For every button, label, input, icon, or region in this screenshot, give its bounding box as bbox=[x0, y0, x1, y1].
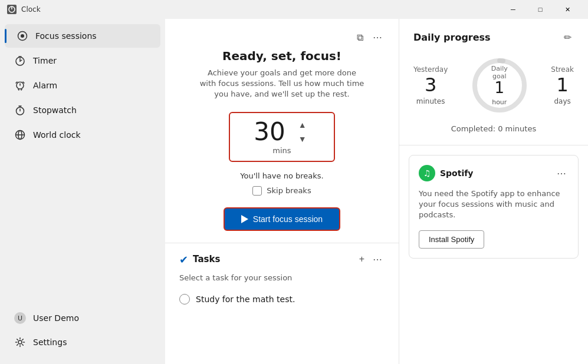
sidebar-item-world-clock-label: World clock bbox=[33, 130, 81, 140]
yesterday-unit: minutes bbox=[416, 97, 445, 105]
svg-point-20 bbox=[18, 340, 22, 344]
tasks-header-actions: + ⋯ bbox=[357, 253, 385, 266]
daily-goal-circle: Daily goal 1 hour bbox=[470, 56, 529, 115]
sidebar-item-timer[interactable]: Timer bbox=[5, 49, 160, 72]
skip-breaks-row: Skip breaks bbox=[252, 186, 311, 196]
sidebar-item-focus-sessions-label: Focus sessions bbox=[35, 31, 97, 41]
spotify-logo: ♫ bbox=[419, 165, 435, 181]
tasks-section: ✔ Tasks + ⋯ Select a task for your sessi… bbox=[165, 243, 399, 319]
sidebar-item-settings[interactable]: Settings bbox=[5, 330, 160, 354]
svg-point-3 bbox=[21, 34, 24, 38]
svg-line-12 bbox=[21, 90, 22, 91]
window-controls: ─ □ ✕ bbox=[500, 0, 581, 19]
settings-icon bbox=[14, 336, 26, 348]
sidebar: Focus sessions Timer bbox=[0, 19, 165, 364]
minimize-button[interactable]: ─ bbox=[500, 0, 527, 19]
tasks-select-text: Select a task for your session bbox=[179, 273, 385, 282]
edit-goal-button[interactable]: ✏ bbox=[561, 31, 574, 44]
sidebar-item-timer-label: Timer bbox=[33, 56, 57, 65]
svg-line-9 bbox=[16, 82, 17, 83]
app-container: Focus sessions Timer bbox=[0, 19, 588, 364]
add-task-button[interactable]: + bbox=[357, 253, 367, 266]
stopwatch-icon bbox=[14, 104, 26, 116]
no-breaks-text: You'll have no breaks. bbox=[240, 171, 323, 180]
daily-goal-label: Daily goal bbox=[485, 65, 514, 80]
streak-stat: Streak 1 days bbox=[551, 65, 574, 105]
tasks-more-button[interactable]: ⋯ bbox=[370, 253, 385, 266]
sidebar-item-stopwatch-label: Stopwatch bbox=[33, 105, 77, 115]
streak-label: Streak bbox=[551, 65, 574, 74]
app-icon bbox=[7, 5, 17, 14]
tasks-title: Tasks bbox=[193, 254, 352, 264]
user-avatar: U bbox=[14, 312, 26, 324]
time-arrows: ▲ ▼ bbox=[295, 119, 310, 145]
sidebar-item-alarm-label: Alarm bbox=[33, 81, 57, 90]
play-icon bbox=[241, 215, 248, 223]
yesterday-stat: Yesterday 3 minutes bbox=[413, 65, 448, 105]
main-content: ⧉ ⋯ Ready, set, focus! Achieve your goal… bbox=[165, 19, 588, 364]
time-picker: 30 ▲ ▼ mins bbox=[229, 112, 335, 162]
spotify-more-button[interactable]: ⋯ bbox=[554, 167, 569, 180]
settings-label: Settings bbox=[33, 337, 67, 347]
yesterday-value: 3 bbox=[425, 75, 436, 95]
user-label: User Demo bbox=[33, 313, 79, 323]
focus-sessions-icon bbox=[17, 30, 28, 42]
sidebar-item-world-clock[interactable]: World clock bbox=[5, 123, 160, 147]
timer-icon bbox=[14, 55, 26, 67]
skip-breaks-checkbox[interactable] bbox=[252, 186, 262, 196]
progress-stats: Yesterday 3 minutes Daily goal 1 bbox=[413, 56, 574, 115]
sidebar-item-focus-sessions[interactable]: Focus sessions bbox=[5, 24, 160, 48]
focus-header-row: ⧉ ⋯ bbox=[179, 31, 385, 44]
svg-line-10 bbox=[23, 82, 24, 83]
yesterday-label: Yesterday bbox=[413, 65, 448, 74]
focus-title: Ready, set, focus! bbox=[222, 49, 341, 63]
task-radio-button[interactable] bbox=[179, 294, 190, 305]
spotify-logo-row: ♫ Spotify bbox=[419, 165, 473, 181]
sidebar-item-alarm[interactable]: Alarm bbox=[5, 74, 160, 97]
title-bar-label: Clock bbox=[21, 5, 500, 14]
time-unit-label: mins bbox=[272, 146, 291, 155]
focus-description: Achieve your goals and get more done wit… bbox=[199, 68, 364, 100]
task-text: Study for the math test. bbox=[196, 294, 295, 304]
completed-text: Completed: 0 minutes bbox=[413, 124, 574, 133]
user-demo-item[interactable]: U User Demo bbox=[5, 306, 160, 330]
active-indicator bbox=[5, 29, 6, 43]
focus-section: ⧉ ⋯ Ready, set, focus! Achieve your goal… bbox=[165, 19, 399, 243]
daily-progress-title: Daily progress bbox=[413, 32, 491, 43]
daily-goal-label-container: Daily goal 1 hour bbox=[485, 65, 514, 107]
center-panel: ⧉ ⋯ Ready, set, focus! Achieve your goal… bbox=[165, 19, 399, 364]
time-controls: 30 ▲ ▼ bbox=[254, 119, 310, 145]
right-panel: Daily progress ✏ Yesterday 3 minutes bbox=[399, 19, 588, 364]
daily-goal-value: 1 bbox=[495, 79, 505, 97]
streak-value: 1 bbox=[556, 75, 568, 95]
start-focus-session-button[interactable]: Start focus session bbox=[224, 207, 340, 231]
maximize-button[interactable]: □ bbox=[527, 0, 554, 19]
time-increment-button[interactable]: ▲ bbox=[295, 119, 310, 131]
spotify-description: You need the Spotify app to enhance your… bbox=[419, 188, 569, 221]
multi-window-button[interactable]: ⧉ bbox=[354, 31, 366, 44]
install-spotify-button[interactable]: Install Spotify bbox=[419, 230, 484, 249]
streak-unit: days bbox=[554, 97, 570, 105]
alarm-icon bbox=[14, 80, 26, 91]
spotify-card-header: ♫ Spotify ⋯ bbox=[419, 165, 569, 181]
spotify-name: Spotify bbox=[440, 168, 473, 178]
sidebar-item-stopwatch[interactable]: Stopwatch bbox=[5, 98, 160, 122]
title-bar: Clock ─ □ ✕ bbox=[0, 0, 588, 19]
nav-item-wrapper-focus: Focus sessions bbox=[0, 24, 165, 48]
time-value: 30 bbox=[254, 120, 285, 144]
svg-line-11 bbox=[18, 90, 19, 91]
time-decrement-button[interactable]: ▼ bbox=[295, 133, 310, 145]
tasks-header: ✔ Tasks + ⋯ bbox=[179, 253, 385, 266]
skip-breaks-label: Skip breaks bbox=[267, 186, 311, 195]
daily-progress-header: Daily progress ✏ bbox=[413, 31, 574, 44]
daily-progress-section: Daily progress ✏ Yesterday 3 minutes bbox=[399, 19, 588, 145]
daily-goal-unit: hour bbox=[492, 98, 507, 106]
start-button-label: Start focus session bbox=[253, 214, 323, 224]
task-item: Study for the math test. bbox=[179, 289, 385, 309]
world-clock-icon bbox=[14, 129, 26, 141]
tasks-check-icon: ✔ bbox=[179, 253, 188, 266]
close-button[interactable]: ✕ bbox=[554, 0, 581, 19]
focus-more-button[interactable]: ⋯ bbox=[370, 31, 385, 44]
spotify-card: ♫ Spotify ⋯ You need the Spotify app to … bbox=[409, 155, 579, 259]
